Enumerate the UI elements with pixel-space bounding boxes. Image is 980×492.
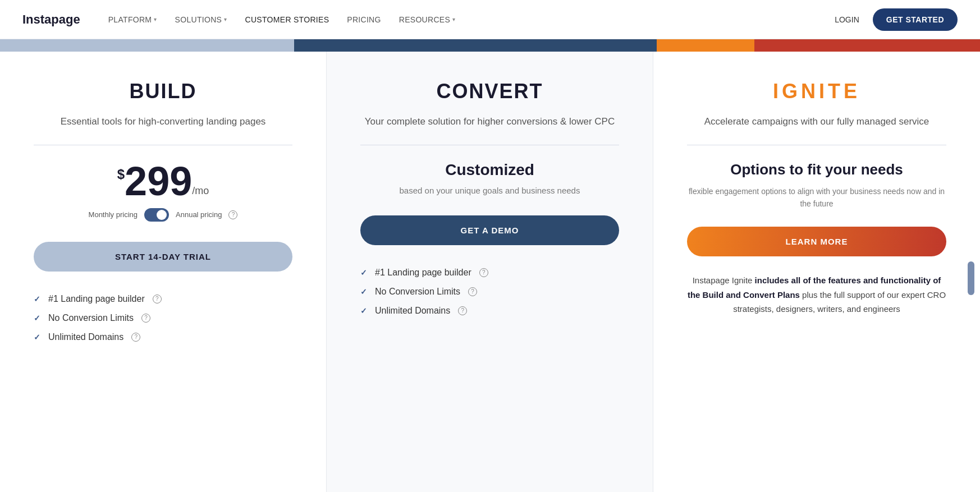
build-dollar: $: [117, 167, 125, 182]
build-price: $ 299 /mo: [117, 161, 209, 201]
build-amount: 299: [125, 161, 192, 201]
nav-resources[interactable]: RESOURCES ▾: [399, 15, 456, 24]
ignite-divider: [687, 145, 946, 145]
check-icon: ✓: [34, 333, 40, 342]
chevron-down-icon: ▾: [154, 16, 157, 22]
feature-help-icon[interactable]: ?: [153, 295, 162, 304]
convert-features-list: ✓ #1 Landing page builder ? ✓ No Convers…: [360, 268, 619, 316]
monthly-pricing-label: Monthly pricing: [89, 210, 138, 219]
build-divider: [34, 145, 292, 145]
convert-plan: CONVERT Your complete solution for highe…: [327, 52, 653, 492]
check-icon: ✓: [360, 268, 367, 277]
customized-label: Customized: [445, 161, 534, 179]
options-label: Options to fit your needs: [730, 161, 903, 178]
feature-label: #1 Landing page builder: [375, 268, 471, 278]
feature-help-icon[interactable]: ?: [458, 306, 467, 315]
bar-ignite-orange: [657, 39, 755, 52]
chevron-down-icon: ▾: [224, 16, 227, 22]
build-plan-desc: Essential tools for high-converting land…: [61, 114, 266, 129]
pricing-grid: BUILD Essential tools for high-convertin…: [0, 52, 980, 492]
nav-pricing[interactable]: PRICING: [347, 15, 381, 24]
feature-help-icon[interactable]: ?: [141, 314, 150, 323]
nav-right: LOGIN GET STARTED: [835, 8, 958, 31]
get-started-button[interactable]: GET STARTED: [873, 8, 958, 31]
check-icon: ✓: [360, 306, 367, 315]
ignite-plan-name: IGNITE: [773, 80, 860, 103]
scrollbar[interactable]: [968, 261, 974, 295]
convert-plan-name: CONVERT: [436, 80, 543, 103]
customized-desc: based on your unique goals and business …: [400, 186, 580, 195]
chevron-down-icon: ▾: [452, 16, 455, 22]
convert-plan-desc: Your complete solution for higher conver…: [365, 114, 615, 129]
annual-pricing-label: Annual pricing: [176, 210, 222, 219]
feature-label: Unlimited Domains: [48, 332, 123, 342]
list-item: ✓ No Conversion Limits ?: [360, 287, 619, 297]
build-plan-name: BUILD: [130, 80, 197, 103]
bar-build: [0, 39, 294, 52]
annual-pricing-help-icon[interactable]: ?: [228, 210, 237, 219]
build-features-list: ✓ #1 Landing page builder ? ✓ No Convers…: [34, 294, 292, 342]
feature-help-icon[interactable]: ?: [468, 287, 477, 296]
pricing-toggle[interactable]: [144, 208, 169, 222]
feature-label: No Conversion Limits: [375, 287, 460, 297]
feature-help-icon[interactable]: ?: [479, 268, 488, 277]
start-trial-button[interactable]: START 14-DAY TRIAL: [34, 242, 292, 272]
build-period: /mo: [192, 185, 209, 197]
ignite-body-text: Instapage Ignite includes all of the fea…: [687, 273, 946, 316]
nav-links: PLATFORM ▾ SOLUTIONS ▾ CUSTOMER STORIES …: [108, 15, 835, 24]
check-icon: ✓: [360, 287, 367, 296]
color-bars: [0, 39, 980, 52]
list-item: ✓ #1 Landing page builder ?: [34, 294, 292, 304]
list-item: ✓ Unlimited Domains ?: [360, 306, 619, 316]
bar-ignite-red: [754, 39, 980, 52]
ignite-plan: IGNITE Accelerate campaigns with our ful…: [653, 52, 980, 492]
bar-convert: [294, 39, 657, 52]
list-item: ✓ Unlimited Domains ?: [34, 332, 292, 342]
get-demo-button[interactable]: GET A DEMO: [360, 215, 619, 245]
check-icon: ✓: [34, 295, 40, 304]
feature-label: No Conversion Limits: [48, 313, 134, 323]
login-link[interactable]: LOGIN: [835, 15, 859, 24]
ignite-plan-desc: Accelerate campaigns with our fully mana…: [704, 114, 929, 129]
list-item: ✓ No Conversion Limits ?: [34, 313, 292, 323]
list-item: ✓ #1 Landing page builder ?: [360, 268, 619, 278]
feature-label: #1 Landing page builder: [48, 294, 145, 304]
navbar: Instapage PLATFORM ▾ SOLUTIONS ▾ CUSTOME…: [0, 0, 980, 39]
nav-customer-stories[interactable]: CUSTOMER STORIES: [245, 15, 329, 24]
build-plan: BUILD Essential tools for high-convertin…: [0, 52, 327, 492]
feature-label: Unlimited Domains: [375, 306, 450, 316]
options-desc: flexible engagement options to align wit…: [687, 185, 946, 210]
check-icon: ✓: [34, 314, 40, 323]
feature-help-icon[interactable]: ?: [131, 333, 140, 342]
logo[interactable]: Instapage: [22, 12, 80, 27]
pricing-toggle-row: Monthly pricing Annual pricing ?: [89, 208, 238, 222]
nav-platform[interactable]: PLATFORM ▾: [108, 15, 157, 24]
convert-divider: [360, 145, 619, 145]
nav-solutions[interactable]: SOLUTIONS ▾: [175, 15, 227, 24]
learn-more-button[interactable]: LEARN MORE: [687, 227, 946, 256]
